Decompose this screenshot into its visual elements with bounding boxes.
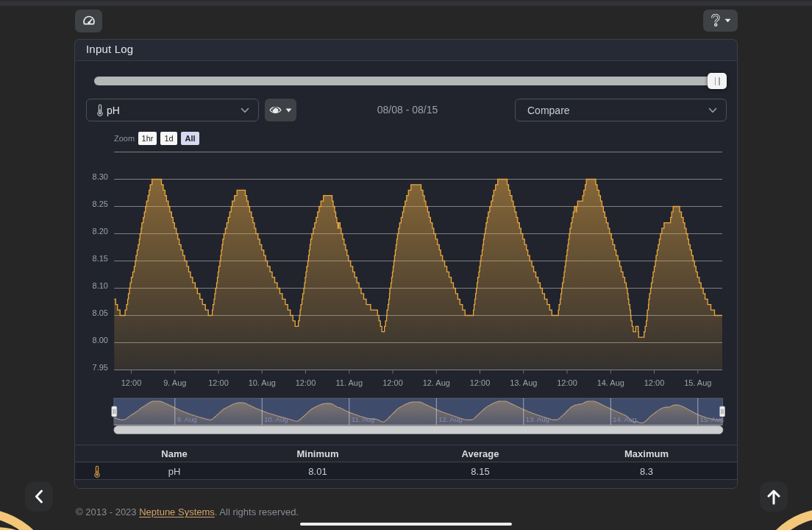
chart-series-area xyxy=(114,180,722,370)
caret-down-icon xyxy=(724,18,731,23)
navigator-label: 9. Aug xyxy=(177,415,197,423)
copyright-suffix: . All rights reserved. xyxy=(215,506,299,517)
x-axis-label: 11. Aug xyxy=(336,378,363,387)
visibility-dropdown-button[interactable] xyxy=(265,99,296,121)
x-axis-label: 9. Aug xyxy=(163,378,186,387)
help-dropdown-button[interactable] xyxy=(703,10,738,32)
x-axis-label: 12. Aug xyxy=(423,378,450,387)
chevron-down-icon xyxy=(708,107,717,113)
x-axis-label: 12:00 xyxy=(208,378,229,387)
ph-area-fill xyxy=(114,180,722,370)
x-axis-label: 12:00 xyxy=(644,378,665,387)
panel-title: Input Log xyxy=(86,43,133,55)
navigator-handle-left[interactable] xyxy=(112,406,117,417)
arrow-up-icon xyxy=(767,489,780,505)
top-strip xyxy=(0,0,812,6)
navigator-label: 10. Aug xyxy=(264,415,288,423)
chart-x-axis-labels: 12:009. Aug12:0010. Aug12:0011. Aug12:00… xyxy=(121,370,712,387)
col-average: Average xyxy=(462,445,499,462)
y-axis-label: 8.00 xyxy=(93,336,108,344)
thermometer-icon xyxy=(93,465,101,482)
footer-copyright: © 2013 - 2023 Neptune Systems. All right… xyxy=(76,506,299,517)
thermometer-icon xyxy=(96,104,104,116)
back-button[interactable] xyxy=(25,481,53,512)
col-maximum: Maximum xyxy=(624,445,669,462)
x-axis-label: 15. Aug xyxy=(684,378,711,387)
chevron-left-icon xyxy=(35,490,43,504)
eye-icon xyxy=(269,105,282,115)
caret-down-icon xyxy=(285,108,292,113)
date-slider-handle[interactable] xyxy=(708,73,727,89)
navigator-label: 14. Aug xyxy=(613,415,636,423)
y-axis-label: 8.30 xyxy=(93,172,108,181)
scrollbar-thumb[interactable] xyxy=(114,426,723,434)
panel-header xyxy=(74,39,738,61)
y-axis-label: 8.15 xyxy=(93,254,108,263)
row-maximum: 8.3 xyxy=(640,463,653,480)
x-axis-label: 12:00 xyxy=(470,378,491,387)
dashboard-button[interactable] xyxy=(75,10,102,32)
chart-scrollbar[interactable] xyxy=(114,426,723,434)
probe-select[interactable]: pH xyxy=(86,99,259,121)
chart-y-axis-labels: 8.308.258.208.158.108.058.007.95 xyxy=(93,172,108,372)
x-axis-label: 12:00 xyxy=(382,378,403,387)
x-axis-label: 13. Aug xyxy=(510,378,537,387)
summary-table-header: Name Minimum Average Maximum xyxy=(75,445,737,462)
x-axis-label: 10. Aug xyxy=(249,378,276,387)
y-axis-label: 8.05 xyxy=(93,308,108,317)
y-axis-label: 8.10 xyxy=(93,281,108,290)
summary-table-row: pH 8.01 8.15 8.3 xyxy=(75,463,737,480)
x-axis-label: 12:00 xyxy=(121,378,142,387)
question-icon xyxy=(710,14,721,27)
navigator-handle-right[interactable] xyxy=(720,406,725,417)
scroll-to-top-button[interactable] xyxy=(760,481,788,512)
chart-navigator[interactable]: 9. Aug10. Aug11. Aug12. Aug13. Aug14. Au… xyxy=(112,398,725,425)
navigator-label: 11. Aug xyxy=(352,415,375,423)
chevron-down-icon xyxy=(241,107,249,113)
navigator-label: 13. Aug xyxy=(526,415,549,423)
y-axis-label: 7.95 xyxy=(93,363,108,372)
x-axis-label: 14. Aug xyxy=(597,378,624,387)
col-name: Name xyxy=(161,445,187,462)
y-axis-label: 8.25 xyxy=(93,199,108,208)
x-axis-label: 12:00 xyxy=(296,378,316,387)
ph-chart: 8.308.258.208.158.108.058.007.95 12:009.… xyxy=(74,125,738,442)
compare-select-value: Compare xyxy=(527,105,570,116)
decorative-arc-right xyxy=(755,509,812,530)
neptune-systems-link[interactable]: Neptune Systems xyxy=(139,506,215,517)
col-minimum: Minimum xyxy=(296,445,338,462)
y-axis-label: 8.20 xyxy=(93,227,108,236)
copyright-prefix: © 2013 - 2023 xyxy=(76,506,139,517)
x-axis-label: 12:00 xyxy=(557,378,577,387)
gauge-icon xyxy=(82,15,96,27)
row-average: 8.15 xyxy=(471,463,489,480)
date-range-label: 08/08 - 08/15 xyxy=(338,99,477,121)
date-slider-track[interactable] xyxy=(94,77,727,85)
decorative-arc-left xyxy=(0,508,59,530)
row-name: pH xyxy=(168,463,181,480)
home-indicator[interactable] xyxy=(300,523,512,526)
navigator-label: 12. Aug xyxy=(438,415,462,423)
probe-select-value: pH xyxy=(107,105,120,116)
row-minimum: 8.01 xyxy=(308,463,327,480)
compare-select[interactable]: Compare xyxy=(515,99,727,121)
